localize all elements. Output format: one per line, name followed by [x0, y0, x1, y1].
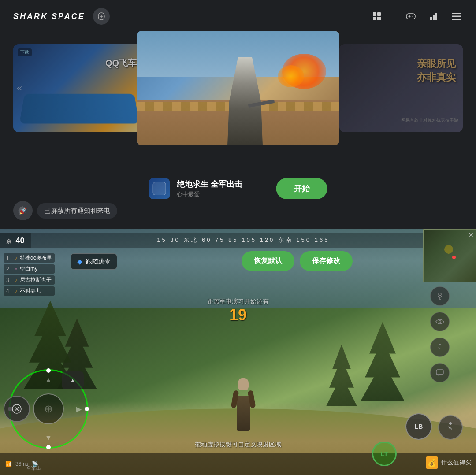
- joystick-dot-top: [46, 368, 51, 373]
- watermark: 💰 什么值得买: [426, 456, 472, 469]
- player-item-1: 1 ♂ 特殊de奥布里: [4, 253, 55, 263]
- svg-rect-10: [452, 19, 461, 20]
- player-list: 1 ♂ 特殊de奥布里 2 ♀ 空白my 3 ♂ 尼古拉斯也子 4 ♂ 不叫妻儿: [4, 253, 55, 297]
- player-name-1: 特殊de奥布里: [20, 254, 52, 262]
- bottom-hud-bar: 📶 36ms 📡 全军出: [0, 453, 476, 475]
- logo-icon[interactable]: [93, 8, 110, 25]
- svg-rect-4: [406, 14, 415, 19]
- joystick-inner[interactable]: ⊕: [33, 393, 64, 424]
- svg-point-14: [439, 344, 441, 345]
- player-name-4: 不叫妻儿: [20, 287, 41, 295]
- lb-label: LB: [415, 423, 423, 430]
- start-button[interactable]: 开始: [276, 178, 327, 199]
- svg-point-13: [439, 321, 441, 323]
- player-name-3: 尼古拉斯也子: [20, 276, 52, 284]
- game-info-bar: 绝地求生 全军出击 心中最爱 开始: [149, 178, 327, 199]
- left-game-bg: QQ飞车 下载 «: [13, 44, 145, 132]
- right-game-bg: 亲眼所见亦非真实 网易首款非对你对抗竞技手游: [339, 44, 463, 132]
- lt-button[interactable]: LT: [372, 442, 397, 466]
- svg-rect-5: [430, 17, 432, 20]
- watermark-icon: 💰: [426, 456, 438, 469]
- header: SHARK SPACE: [0, 0, 476, 33]
- player-item-3: 3 ♂ 尼古拉斯也子: [4, 275, 55, 285]
- svg-rect-8: [452, 13, 461, 14]
- minimap: ✕: [423, 229, 476, 282]
- eye-button[interactable]: [430, 312, 450, 331]
- grid-icon[interactable]: [371, 10, 383, 22]
- svg-rect-7: [435, 13, 437, 20]
- top-section: SHARK SPACE: [0, 0, 476, 229]
- player-rank-2: 2: [6, 266, 12, 272]
- minimap-close-button[interactable]: ✕: [469, 231, 474, 238]
- diamond-icon: ◆: [77, 257, 82, 266]
- distance-number: 19: [207, 306, 269, 324]
- lb-button[interactable]: LB: [405, 413, 432, 440]
- svg-rect-1: [377, 12, 381, 16]
- header-left: SHARK SPACE: [13, 8, 110, 25]
- save-button[interactable]: 保存修改: [300, 251, 353, 271]
- restore-button[interactable]: 恢复默认: [242, 251, 294, 271]
- kill-count: 余 40: [0, 233, 31, 248]
- run-hud-button[interactable]: [430, 338, 450, 357]
- player-rank-4: 4: [6, 288, 12, 294]
- logo-text: SHARK SPACE: [13, 12, 85, 21]
- parachute-label: 跟随跳伞: [86, 258, 111, 266]
- notification-text: 已屏蔽所有通知和来电: [37, 203, 117, 219]
- bottom-section: 余 40 15 30 东北 60 75 85 105 120 东南 150 16…: [0, 229, 476, 475]
- mic-button[interactable]: [430, 286, 450, 306]
- game-title-info: 绝地求生 全军出击 心中最爱: [177, 179, 242, 198]
- parachute-button[interactable]: ◆ 跟随跳伞: [71, 253, 117, 270]
- signal-icon: 📶: [5, 461, 12, 467]
- action-buttons: 恢复默认 保存修改: [242, 251, 353, 271]
- carousel-left[interactable]: QQ飞车 下载 «: [13, 44, 145, 132]
- right-hud-icons: [430, 286, 450, 382]
- notification-gear[interactable]: 🚀: [13, 201, 33, 220]
- carousel-right[interactable]: 亲眼所见亦非真实 网易首款非对你对抗竞技手游: [339, 44, 463, 132]
- carousel-center[interactable]: [137, 31, 339, 145]
- svg-point-17: [449, 422, 452, 425]
- drag-hint-text: 拖动虚拟按键可自定义映射区域: [195, 441, 281, 448]
- player-item-4: 4 ♂ 不叫妻儿: [4, 286, 55, 296]
- drag-hint: 拖动虚拟按键可自定义映射区域: [195, 441, 281, 449]
- distance-text: 距离军事演习开始还有 19: [207, 298, 269, 324]
- svg-rect-6: [433, 15, 435, 20]
- hud-top-bar: 余 40 15 30 东北 60 75 85 105 120 东南 150 16…: [0, 229, 476, 251]
- svg-rect-0: [373, 12, 376, 16]
- kill-number: 40: [16, 236, 25, 245]
- player-rank-1: 1: [6, 255, 12, 261]
- chart-icon[interactable]: [428, 10, 440, 22]
- player-name-2: 空白my: [20, 265, 37, 273]
- lt-label: LT: [381, 450, 388, 457]
- attack-button[interactable]: [4, 396, 30, 422]
- center-game-bg: [137, 31, 339, 145]
- chat-button[interactable]: [430, 363, 450, 382]
- svg-rect-2: [373, 17, 376, 20]
- compass-text: 15 30 东北 60 75 85 105 120 东南 150 165: [157, 237, 329, 243]
- distance-label: 距离军事演习开始还有: [207, 298, 269, 305]
- joystick-dot-bottom: [46, 445, 51, 449]
- sprint-button[interactable]: [438, 415, 463, 440]
- player-rank-3: 3: [6, 277, 12, 283]
- svg-rect-9: [452, 16, 461, 17]
- header-divider: [394, 11, 394, 22]
- game-name: 绝地求生 全军出击: [177, 179, 242, 189]
- player-item-2: 2 ♀ 空白my: [4, 264, 55, 274]
- svg-rect-3: [377, 17, 381, 20]
- watermark-text: 什么值得买: [441, 459, 472, 467]
- game-subtitle: 心中最爱: [177, 190, 242, 198]
- menu-icon[interactable]: [450, 10, 463, 22]
- notification-bar: 🚀 已屏蔽所有通知和来电: [13, 201, 117, 220]
- game-carousel: QQ飞车 下载 «: [0, 26, 476, 150]
- gamepad-icon[interactable]: [405, 10, 417, 22]
- jump-button[interactable]: ▲: [62, 371, 84, 389]
- game-icon: [149, 178, 170, 199]
- game-label-bottom: 全军出: [26, 465, 41, 471]
- joystick-dot-right: [85, 407, 89, 411]
- header-right: [371, 10, 463, 22]
- compass-bar: 15 30 东北 60 75 85 105 120 东南 150 165: [31, 233, 456, 248]
